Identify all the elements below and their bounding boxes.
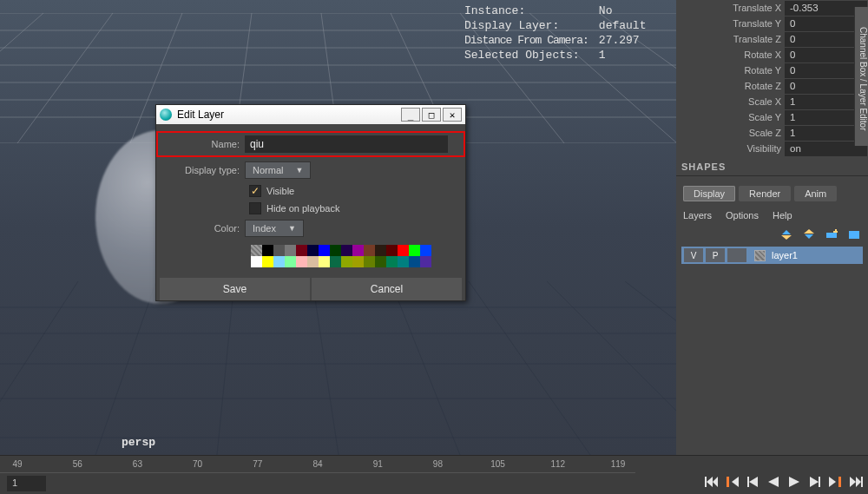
color-swatch[interactable] (375, 245, 386, 256)
svg-line-23 (0, 281, 78, 455)
color-swatch[interactable] (330, 245, 341, 256)
color-swatch[interactable] (319, 256, 330, 267)
step-back-key-icon[interactable] (724, 475, 740, 489)
display-type-label: Display type: (160, 165, 245, 175)
color-swatch[interactable] (341, 256, 352, 267)
tick-label: 91 (373, 459, 383, 469)
display-type-dropdown[interactable]: Normal▼ (245, 161, 311, 179)
color-swatch[interactable] (352, 256, 364, 267)
viewport-camera-label: persp (122, 436, 155, 449)
dialog-title: Edit Layer (177, 109, 224, 121)
tick-label: 77 (253, 459, 262, 469)
minimize-button[interactable]: _ (401, 108, 420, 122)
color-mode-dropdown[interactable]: Index▼ (245, 220, 304, 237)
timeline-ticks[interactable]: 4956637077849198105112119 (0, 456, 635, 473)
color-swatch[interactable] (375, 256, 386, 267)
app-icon (160, 109, 172, 121)
color-swatch[interactable] (296, 256, 307, 267)
color-swatch[interactable] (409, 256, 420, 267)
color-swatch[interactable] (285, 245, 296, 256)
tick-label: 49 (12, 459, 22, 469)
tab-anim[interactable]: Anim (794, 186, 837, 201)
svg-line-28 (469, 281, 590, 455)
save-button[interactable]: Save (160, 278, 310, 300)
hide-on-playback-checkbox[interactable] (249, 202, 261, 214)
svg-line-25 (217, 281, 234, 455)
color-swatch[interactable] (386, 245, 398, 256)
layer-display-type-toggle[interactable] (727, 248, 746, 262)
svg-line-9 (17, 13, 113, 143)
step-forward-icon[interactable] (807, 475, 823, 489)
color-swatch[interactable] (398, 245, 409, 256)
divider (676, 175, 868, 176)
timeline[interactable]: 4956637077849198105112119 1 (0, 455, 868, 494)
current-frame-field[interactable]: 1 (7, 476, 46, 491)
menu-options[interactable]: Options (726, 210, 759, 221)
dialog-titlebar[interactable]: Edit Layer _ □ ✕ (156, 105, 465, 124)
tab-render[interactable]: Render (739, 186, 791, 201)
color-swatch[interactable] (307, 245, 319, 256)
layer-row[interactable]: V P layer1 (681, 247, 863, 264)
menu-layers[interactable]: Layers (683, 210, 712, 221)
grid-front (0, 281, 676, 455)
step-forward-key-icon[interactable] (828, 475, 844, 489)
color-swatch[interactable] (262, 245, 273, 256)
new-layer-icon[interactable] (847, 227, 861, 241)
cancel-button[interactable]: Cancel (312, 278, 462, 300)
color-swatch[interactable] (420, 245, 431, 256)
svg-line-24 (95, 281, 156, 455)
tick-label: 70 (193, 459, 202, 469)
tick-label: 56 (73, 459, 82, 469)
layer-move-down-icon[interactable] (802, 227, 816, 241)
color-swatch[interactable] (273, 256, 285, 267)
tick-label: 112 (550, 459, 565, 469)
hide-on-playback-label: Hide on playback (266, 203, 339, 214)
layer-menubar: Layers Options Help (676, 205, 868, 226)
color-swatch[interactable] (352, 245, 364, 256)
color-swatch[interactable] (364, 256, 375, 267)
svg-line-26 (312, 281, 339, 455)
chevron-down-icon: ▼ (295, 166, 303, 175)
channel-box-side-tab[interactable]: Channel Box / Layer Editor (854, 7, 868, 146)
color-swatch[interactable] (420, 256, 431, 267)
play-back-icon[interactable] (766, 475, 781, 489)
color-swatch[interactable] (364, 245, 375, 256)
layer-playback-toggle[interactable]: P (706, 248, 725, 262)
svg-line-30 (625, 281, 676, 455)
svg-rect-31 (826, 233, 837, 238)
color-swatch[interactable] (307, 256, 319, 267)
layer-color-swatch[interactable] (754, 250, 766, 261)
menu-help[interactable]: Help (773, 210, 792, 221)
layer-visibility-toggle[interactable]: V (684, 248, 703, 262)
color-swatch[interactable] (251, 256, 262, 267)
svg-rect-32 (849, 231, 859, 239)
tick-label: 105 (490, 459, 505, 469)
color-swatch-grid (249, 243, 462, 269)
layer-move-up-icon[interactable] (779, 227, 793, 241)
color-swatch[interactable] (262, 256, 273, 267)
color-swatch[interactable] (319, 245, 330, 256)
color-swatch-none[interactable] (251, 245, 262, 256)
color-swatch[interactable] (285, 256, 296, 267)
color-swatch[interactable] (386, 256, 398, 267)
go-to-end-icon[interactable] (849, 475, 865, 489)
close-button[interactable]: ✕ (443, 108, 462, 122)
chevron-down-icon: ▼ (288, 224, 296, 233)
go-to-start-icon[interactable] (703, 475, 719, 489)
color-label: Color: (160, 223, 245, 234)
color-swatch[interactable] (273, 245, 285, 256)
maximize-button[interactable]: □ (422, 108, 441, 122)
color-swatch[interactable] (398, 256, 409, 267)
new-layer-plus-icon[interactable] (825, 227, 838, 241)
step-back-icon[interactable] (745, 475, 760, 489)
visible-checkbox[interactable] (249, 185, 261, 197)
tab-display[interactable]: Display (683, 186, 735, 201)
name-input[interactable] (245, 135, 448, 153)
color-swatch[interactable] (341, 245, 352, 256)
svg-rect-34 (838, 477, 841, 487)
color-swatch[interactable] (330, 256, 341, 267)
play-forward-icon[interactable] (786, 475, 802, 489)
color-swatch[interactable] (296, 245, 307, 256)
color-swatch[interactable] (409, 245, 420, 256)
name-label: Name: (160, 139, 245, 149)
